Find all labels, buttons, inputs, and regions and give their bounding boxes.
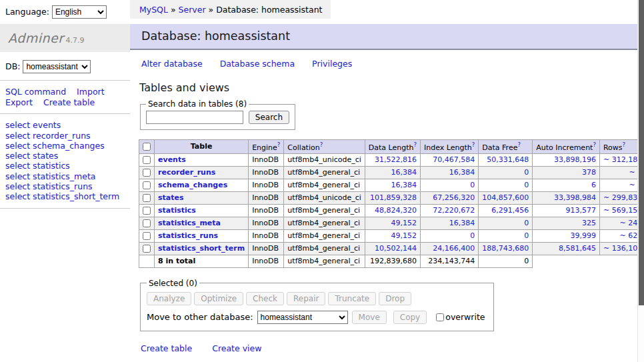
- row-checkbox-cell: [139, 166, 155, 179]
- table-header-row: TableEngine?Collation?Data Length?Index …: [139, 140, 644, 154]
- help-link[interactable]: ?: [320, 141, 323, 148]
- engine-cell: InnoDB: [249, 242, 284, 255]
- table-name-link[interactable]: statistics_meta: [158, 219, 221, 227]
- data-free-cell: 0: [479, 179, 533, 191]
- index-length-cell: 0: [421, 179, 479, 191]
- db-row: DB:homeassistant: [0, 52, 130, 81]
- sidebar-select-link[interactable]: select schema_changes: [5, 141, 130, 151]
- column-header[interactable]: Collation?: [284, 140, 365, 154]
- help-link[interactable]: ?: [623, 141, 626, 148]
- column-header[interactable]: Engine?: [249, 140, 284, 154]
- row-checkbox[interactable]: [143, 181, 151, 189]
- selected-legend: Selected (0): [147, 279, 199, 288]
- collation-cell: utf8mb4_unicode_ci: [284, 191, 365, 204]
- help-link[interactable]: ?: [277, 141, 281, 148]
- row-checkbox[interactable]: [143, 232, 151, 240]
- help-link[interactable]: ?: [593, 141, 596, 148]
- totals-data-length-cell: 192,839,680: [365, 255, 420, 267]
- totals-label: 8 in total: [155, 255, 249, 267]
- column-header[interactable]: Index Length?: [421, 140, 479, 154]
- table-name-link[interactable]: recorder_runs: [158, 168, 215, 177]
- nav-link-database-schema[interactable]: Database schema: [220, 59, 295, 69]
- nav-link-privileges[interactable]: Privileges: [312, 59, 352, 69]
- sidebar-select-link[interactable]: select statistics: [5, 161, 130, 171]
- sidebar-link-sql-command[interactable]: SQL command: [5, 87, 66, 97]
- column-header[interactable]: Data Length?: [365, 140, 420, 154]
- optimize-button[interactable]: Optimize: [194, 292, 243, 305]
- row-checkbox-cell: [139, 217, 155, 229]
- create-view-link[interactable]: Create view: [212, 343, 261, 353]
- sidebar-link-create-table[interactable]: Create table: [43, 97, 95, 107]
- scrollbar[interactable]: [637, 0, 644, 362]
- sidebar-select-link[interactable]: select events: [5, 120, 130, 130]
- sidebar-link-export[interactable]: Export: [5, 97, 33, 107]
- row-checkbox[interactable]: [143, 156, 151, 164]
- column-header[interactable]: Table: [155, 140, 249, 154]
- bulk-actions-row: AnalyzeOptimizeCheckRepairTruncateDrop: [147, 292, 485, 305]
- row-checkbox[interactable]: [143, 207, 151, 215]
- engine-cell: InnoDB: [249, 166, 284, 179]
- sidebar-select-link[interactable]: select states: [5, 151, 130, 161]
- help-link[interactable]: ?: [472, 141, 475, 148]
- sidebar-select-link[interactable]: select statistics_short_term: [5, 191, 130, 201]
- nav-link-alter-database[interactable]: Alter database: [141, 59, 203, 69]
- table-name-cell: events: [155, 153, 249, 166]
- sidebar-select-link[interactable]: select recorder_runs: [5, 131, 130, 141]
- row-checkbox-cell: [139, 153, 155, 166]
- search-input[interactable]: [146, 111, 243, 124]
- select-all-checkbox[interactable]: [143, 143, 151, 151]
- move-button[interactable]: Move: [352, 311, 387, 324]
- data-length-cell: 16,384: [365, 179, 420, 191]
- analyze-button[interactable]: Analyze: [147, 292, 191, 305]
- row-checkbox[interactable]: [143, 245, 151, 253]
- db-select[interactable]: homeassistant: [23, 60, 91, 73]
- row-checkbox[interactable]: [143, 169, 151, 177]
- sidebar-select-link[interactable]: select statistics_runs: [5, 181, 130, 191]
- row-checkbox[interactable]: [143, 219, 151, 227]
- table-name-link[interactable]: statistics_short_term: [158, 244, 245, 253]
- overwrite-checkbox[interactable]: [436, 313, 444, 321]
- move-db-select[interactable]: homeassistant: [257, 311, 348, 324]
- language-select[interactable]: English: [52, 5, 107, 19]
- language-label: Language:: [5, 7, 49, 17]
- table-name-link[interactable]: statistics: [158, 206, 196, 215]
- table-name-link[interactable]: events: [158, 155, 186, 164]
- adminer-logo[interactable]: Adminer: [8, 31, 64, 45]
- section-title-tables-and-views: Tables and views: [139, 81, 644, 94]
- breadcrumb-link-server[interactable]: Server: [179, 5, 206, 15]
- scrollbar-thumb[interactable]: [639, 0, 644, 305]
- create-table-link[interactable]: Create table: [141, 343, 192, 353]
- row-checkbox[interactable]: [143, 194, 151, 202]
- check-button[interactable]: Check: [246, 292, 284, 305]
- overwrite-label: overwrite: [445, 312, 485, 322]
- breadcrumb-current: Database: homeassistant: [216, 5, 322, 15]
- data-length-cell: 31,522,816: [365, 153, 420, 166]
- breadcrumb-link-mysql[interactable]: MySQL: [139, 5, 168, 15]
- sidebar-link-import[interactable]: Import: [77, 87, 105, 97]
- column-header[interactable]: Data Free?: [479, 140, 533, 154]
- index-length-cell: 72,220,672: [421, 204, 479, 217]
- column-header[interactable]: Auto Increment?: [533, 140, 600, 154]
- table-name-link[interactable]: schema_changes: [158, 181, 227, 189]
- truncate-button[interactable]: Truncate: [328, 292, 376, 305]
- repair-button[interactable]: Repair: [287, 292, 325, 305]
- table-row: statesInnoDButf8mb4_unicode_ci101,859,32…: [139, 191, 644, 204]
- search-button[interactable]: Search: [249, 111, 289, 124]
- data-free-cell: 0: [479, 166, 533, 179]
- table-name-link[interactable]: states: [158, 193, 184, 202]
- move-row: Move to other database: homeassistant Mo…: [147, 311, 485, 324]
- page-title: Database: homeassistant: [130, 24, 644, 50]
- copy-button[interactable]: Copy: [393, 311, 427, 324]
- drop-button[interactable]: Drop: [379, 292, 411, 305]
- collation-cell: utf8mb4_general_ci: [284, 166, 365, 179]
- row-checkbox-cell: [139, 242, 155, 255]
- table-name-link[interactable]: statistics_runs: [158, 231, 218, 240]
- table-row: statistics_short_termInnoDButf8mb4_gener…: [139, 242, 644, 255]
- help-link[interactable]: ?: [414, 141, 417, 148]
- collation-cell: utf8mb4_general_ci: [284, 204, 365, 217]
- table-name-cell: recorder_runs: [155, 166, 249, 179]
- table-name-cell: statistics_meta: [155, 217, 249, 229]
- help-link[interactable]: ?: [517, 141, 521, 148]
- sidebar-select-link[interactable]: select statistics_meta: [5, 171, 130, 181]
- breadcrumb-separator: »: [209, 5, 214, 15]
